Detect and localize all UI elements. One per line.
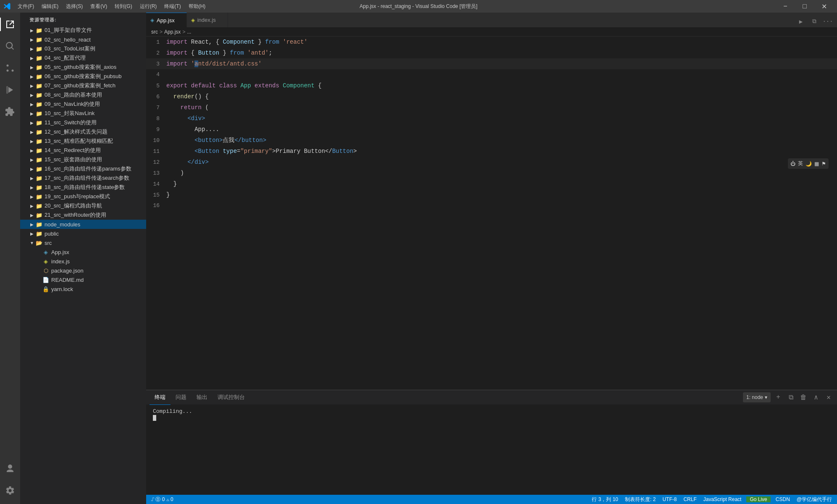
line-content-5: export default class App extends Compone… [166,80,837,91]
tab-indexjs[interactable]: ◈ index.js ✕ [187,13,228,27]
tree-item-18[interactable]: ▶ 📁 18_src_向路由组件传递state参数 [20,183,146,192]
breadcrumb-src[interactable]: src [151,29,158,35]
terminal-body[interactable]: Compiling... [146,405,837,495]
activity-explorer[interactable] [0,14,20,34]
lang-label: 英 [798,160,803,167]
breadcrumb-more[interactable]: ... [187,29,191,35]
activity-source-control[interactable] [0,58,20,78]
file-lock-icon: 🔒 [42,285,50,293]
tab-label: App.jsx [157,17,175,24]
source-control-icon: ⑀ [151,496,154,502]
maximize-button[interactable]: □ [795,0,814,13]
terminal-tab-output[interactable]: 输出 [192,390,213,405]
file-jsx-tab-icon: ◈ [150,17,154,23]
chevron-right-icon: ▶ [29,230,35,237]
folder-icon: 📁 [35,45,43,52]
menu-goto[interactable]: 转到(G) [111,2,135,11]
status-csdn[interactable]: CSDN [774,496,792,502]
tree-item-02[interactable]: ▶ 📁 02_src_hello_react [20,35,146,44]
tree-item-12[interactable]: ▶ 📁 12_src_解决样式丢失问题 [20,127,146,136]
terminal-trash-button[interactable]: 🗑 [798,392,808,402]
menu-edit[interactable]: 编辑(E) [38,2,62,11]
minimize-button[interactable]: − [776,0,795,13]
tree-item-01[interactable]: ▶ 📁 01_脚手架自带文件 [20,26,146,35]
activity-settings[interactable] [0,480,20,501]
tree-item-yarnlock[interactable]: ▶ 🔒 yarn.lock [20,284,146,294]
tree-item-label: public [45,231,59,237]
tree-item-07[interactable]: ▶ 📁 07_src_github搜索案例_fetch [20,81,146,90]
code-line-7: 7 return ( [146,102,837,113]
tree-item-03[interactable]: ▶ 📁 03_src_TodoList案例 [20,44,146,53]
chevron-right-icon: ▶ [29,110,35,117]
folder-icon: 📁 [35,54,43,62]
activity-account[interactable] [0,459,20,479]
terminal-collapse-button[interactable]: ∧ [811,392,821,402]
terminal-instance-selector[interactable]: 1: node ▾ [743,392,771,402]
tree-item-05[interactable]: ▶ 📁 05_src_github搜索案例_axios [20,63,146,72]
folder-icon: 📁 [35,184,43,191]
svg-point-0 [7,65,9,67]
status-encoding[interactable]: UTF-8 [661,496,678,502]
status-position[interactable]: 行 3，列 10 [590,496,620,503]
tree-item-packagejson[interactable]: ▶ ⬡ package.json [20,266,146,275]
tree-item-src[interactable]: ▼ 📂 src [20,238,146,247]
menu-help[interactable]: 帮助(H) [185,2,209,11]
code-editor[interactable]: 1 import React, { Component } from 'reac… [146,37,837,390]
tree-item-node-modules[interactable]: ▶ 📁 node_modules [20,220,146,229]
line-num-12: 12 [146,157,166,168]
tree-item-appjsx[interactable]: ▶ ◈ App.jsx [20,247,146,257]
tree-item-19[interactable]: ▶ 📁 19_src_push与replace模式 [20,192,146,201]
menu-run[interactable]: 运行(R) [136,2,160,11]
tree-item-06[interactable]: ▶ 📁 06_src_github搜索案例_pubsub [20,72,146,81]
terminal-tab-terminal[interactable]: 终端 [150,390,171,405]
menu-file[interactable]: 文件(F) [14,2,37,11]
tree-item-17[interactable]: ▶ 📁 17_src_向路由组件传递search参数 [20,173,146,183]
status-line-ending[interactable]: CRLF [682,496,698,502]
svg-rect-3 [6,86,8,94]
tree-item-14[interactable]: ▶ 📁 14_src_Redirect的使用 [20,146,146,155]
close-button[interactable]: ✕ [814,0,834,13]
menu-terminal[interactable]: 终端(T) [161,2,184,11]
tree-item-13[interactable]: ▶ 📁 13_src_精准匹配与模糊匹配 [20,136,146,146]
line-num-7: 7 [146,102,166,113]
tree-item-15[interactable]: ▶ 📁 15_src_嵌套路由的使用 [20,155,146,164]
terminal-cursor [153,415,156,421]
tree-item-08[interactable]: ▶ 📁 08_src_路由的基本使用 [20,90,146,100]
run-button[interactable]: ▶ [795,16,807,27]
tree-item-20[interactable]: ▶ 📁 20_src_编程式路由导航 [20,201,146,210]
tree-item-04[interactable]: ▶ 📁 04_src_配置代理 [20,53,146,63]
activity-run[interactable] [0,80,20,100]
status-author[interactable]: @学亿编代手行 [795,496,834,503]
tree-item-09[interactable]: ▶ 📁 09_src_NavLink的使用 [20,100,146,109]
breadcrumb-appjsx[interactable]: App.jsx [164,29,181,35]
tab-appjsx[interactable]: ◈ App.jsx ✕ [146,13,187,27]
status-live[interactable]: Go Live [746,496,770,502]
tree-item-indexjs[interactable]: ▶ ◈ index.js [20,257,146,266]
status-tab-size[interactable]: 制表符长度: 2 [623,496,657,503]
split-editor-button[interactable]: ⧉ [808,16,820,27]
terminal-tab-debug[interactable]: 调试控制台 [213,390,250,405]
code-line-13: 13 ) [146,168,837,178]
terminal-tab-problems[interactable]: 问题 [171,390,192,405]
tree-item-readmemd[interactable]: ▶ 📄 README.md [20,275,146,284]
tree-item-public[interactable]: ▶ 📁 public [20,229,146,238]
tree-item-10[interactable]: ▶ 📁 10_src_封装NavLink [20,109,146,118]
chevron-right-icon: ▶ [29,193,35,200]
menu-view[interactable]: 查看(V) [87,2,110,11]
code-line-10: 10 <button>点我</button> [146,135,837,146]
status-errors: ⓪ 0 △ 0 [155,496,173,502]
status-language[interactable]: JavaScript React [702,496,743,502]
more-actions-button[interactable]: ··· [822,16,834,27]
tree-item-21[interactable]: ▶ 📁 21_src_withRouter的使用 [20,210,146,220]
menu-select[interactable]: 选择(S) [63,2,86,11]
activity-search[interactable] [0,36,20,56]
activity-extensions[interactable] [0,102,20,122]
terminal-close-button[interactable]: ✕ [824,392,834,402]
tree-item-11[interactable]: ▶ 📁 11_src_Switch的使用 [20,118,146,127]
tree-item-16[interactable]: ▶ 📁 16_src_向路由组件传递params参数 [20,164,146,173]
terminal-add-button[interactable]: + [773,392,783,402]
terminal-split-button[interactable]: ⧉ [786,392,796,402]
tree-item-label: 20_src_编程式路由导航 [45,202,102,210]
file-json-icon: ⬡ [42,267,50,274]
status-git[interactable]: ⑀ ⓪ 0 △ 0 [150,496,175,503]
